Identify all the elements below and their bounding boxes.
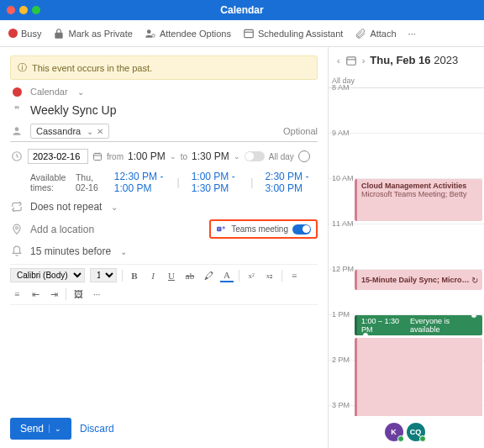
- more-options[interactable]: ···: [408, 29, 416, 39]
- chevron-down-icon[interactable]: ⌄: [87, 127, 93, 136]
- font-color-button[interactable]: A: [220, 269, 234, 282]
- event-title-input[interactable]: [30, 103, 318, 117]
- warning-text: This event occurs in the past.: [32, 63, 152, 73]
- svg-point-1: [152, 34, 155, 37]
- event-block-pink[interactable]: [355, 338, 482, 416]
- discard-button[interactable]: Discard: [80, 418, 114, 440]
- number-list-button[interactable]: ≡: [10, 287, 24, 301]
- remove-invitee[interactable]: ✕: [97, 127, 103, 136]
- svg-text:T: T: [218, 227, 221, 231]
- repeat-select[interactable]: Does not repeat: [30, 201, 102, 213]
- start-time[interactable]: 1:00 PM: [128, 150, 166, 162]
- chevron-down-icon[interactable]: ⌄: [170, 152, 176, 161]
- date-input[interactable]: [28, 149, 88, 164]
- teams-label: Teams meeting: [231, 224, 288, 234]
- invitee-name: Cassandra: [36, 126, 81, 136]
- calendar-icon[interactable]: [92, 151, 103, 161]
- allday-label: All day: [269, 152, 294, 161]
- attach-label: Attach: [370, 29, 396, 39]
- available-date: Thu, 02-16: [76, 172, 103, 192]
- calendar-name[interactable]: Calendar: [30, 87, 68, 97]
- private-label: Mark as Private: [68, 29, 132, 39]
- close-window[interactable]: [7, 6, 15, 14]
- font-family-select[interactable]: Calibri (Body): [10, 268, 85, 282]
- event-daily-sync[interactable]: 15-Minute Daily Sync; Microsoft Teams ↻: [355, 270, 482, 290]
- hour-label: 12 PM: [332, 265, 354, 273]
- resize-handle-bottom[interactable]: [362, 332, 369, 335]
- to-label: to: [181, 152, 187, 161]
- strike-button[interactable]: ab: [183, 269, 197, 282]
- clock-icon: [11, 150, 23, 162]
- time-slot-0[interactable]: 12:30 PM - 1:00 PM: [114, 171, 171, 194]
- font-size-select[interactable]: 11: [90, 268, 117, 282]
- highlight-button[interactable]: 🖍: [202, 269, 215, 282]
- send-label: Send: [20, 423, 44, 435]
- subscript-button[interactable]: x₂: [263, 269, 276, 282]
- zoom-window[interactable]: [32, 6, 40, 14]
- send-dropdown-chevron[interactable]: ⌄: [49, 424, 61, 433]
- svg-point-6: [16, 226, 18, 229]
- people-gear-icon: [145, 28, 156, 40]
- insert-image-button[interactable]: 🖼: [71, 287, 85, 301]
- invitee-chip[interactable]: Cassandra ⌄ ✕: [30, 124, 109, 139]
- superscript-button[interactable]: x²: [245, 269, 258, 282]
- hour-label: 2 PM: [332, 356, 350, 364]
- time-slot-1[interactable]: 1:00 PM - 1:30 PM: [192, 171, 245, 194]
- minimize-window[interactable]: [19, 6, 28, 14]
- event-form: ⓘ This event occurs in the past. Calenda…: [0, 47, 328, 448]
- hour-label: 9 AM: [332, 129, 350, 137]
- event-cloud-management[interactable]: Cloud Management Activities Microsoft Te…: [355, 179, 482, 221]
- prev-day[interactable]: ‹: [337, 55, 340, 66]
- bullet-list-button[interactable]: ≡: [287, 269, 301, 282]
- schedule-date: Thu, Feb 16 2023: [370, 54, 458, 66]
- attach-button[interactable]: Attach: [355, 28, 396, 40]
- presence-available-icon: [419, 435, 426, 442]
- window-controls[interactable]: [7, 6, 40, 14]
- optional-button[interactable]: Optional: [283, 126, 318, 136]
- hour-row: 8 AM: [329, 88, 484, 134]
- chevron-down-icon[interactable]: ⌄: [120, 247, 127, 256]
- allday-toggle[interactable]: [245, 151, 265, 161]
- reminder-select[interactable]: 15 minutes before: [30, 245, 111, 257]
- svg-point-3: [15, 127, 19, 131]
- indent-button[interactable]: ⇥: [47, 287, 60, 301]
- calendar-clock-icon: [243, 28, 255, 40]
- event-subtitle: Microsoft Teams Meeting; Betty: [361, 190, 478, 198]
- avatar[interactable]: CQ: [407, 423, 425, 441]
- globe-icon[interactable]: [298, 150, 310, 162]
- paperclip-icon: [355, 28, 366, 40]
- end-time[interactable]: 1:30 PM: [192, 150, 229, 162]
- teams-icon: T: [216, 224, 227, 235]
- location-input[interactable]: [30, 224, 203, 235]
- calendar-color-dot: [13, 87, 22, 97]
- proposed-slot[interactable]: 1:00 – 1:30 PM Everyone is available: [355, 315, 482, 335]
- busy-status-dot: [8, 29, 18, 38]
- date-navigation: ‹ › Thu, Feb 16 2023: [329, 47, 484, 73]
- chevron-down-icon[interactable]: ⌄: [77, 87, 84, 97]
- calendar-icon[interactable]: [345, 55, 357, 66]
- teams-toggle[interactable]: [292, 224, 311, 235]
- show-as-busy[interactable]: Busy: [8, 29, 41, 39]
- window-title: Calendar: [220, 4, 263, 16]
- bold-button[interactable]: B: [128, 269, 141, 282]
- scheduling-assistant[interactable]: Scheduling Assistant: [243, 28, 344, 40]
- italic-button[interactable]: I: [146, 269, 160, 282]
- more-format-button[interactable]: ···: [90, 287, 103, 301]
- from-label: from: [107, 152, 124, 161]
- chevron-down-icon[interactable]: ⌄: [234, 152, 240, 161]
- attendee-avatars: K CQ: [329, 416, 484, 448]
- avatar[interactable]: K: [385, 423, 403, 441]
- time-slot-2[interactable]: 2:30 PM - 3:00 PM: [265, 171, 318, 194]
- repeat-icon: [11, 201, 23, 213]
- send-button[interactable]: Send ⌄: [10, 418, 71, 440]
- mark-private[interactable]: Mark as Private: [53, 28, 132, 40]
- next-day[interactable]: ›: [362, 55, 366, 66]
- svg-point-9: [223, 226, 225, 229]
- teams-meeting-toggle-box: T Teams meeting: [209, 219, 318, 239]
- hour-row: 11 AM: [329, 224, 484, 270]
- underline-button[interactable]: U: [165, 269, 178, 282]
- titlebar: Calendar: [0, 0, 484, 20]
- outdent-button[interactable]: ⇤: [29, 287, 42, 301]
- attendee-options[interactable]: Attendee Options: [145, 28, 231, 40]
- chevron-down-icon[interactable]: ⌄: [111, 203, 118, 212]
